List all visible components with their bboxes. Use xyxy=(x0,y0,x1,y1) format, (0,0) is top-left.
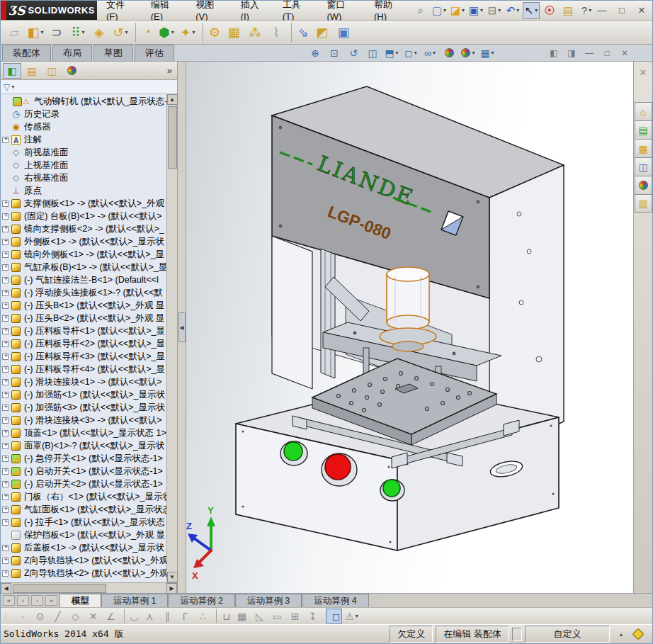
units-dropdown-icon[interactable]: ▴ xyxy=(620,631,623,638)
document-tab[interactable]: 运动算例 2 xyxy=(168,594,234,607)
scroll-up-icon[interactable]: ▲ xyxy=(167,94,178,105)
tree-item[interactable]: (-) 拉手<1> (默认<<默认>_显示状态 xyxy=(1,516,166,529)
expand-toggle-icon[interactable] xyxy=(2,392,8,398)
commandmanager-tab[interactable]: 草图 xyxy=(93,45,133,61)
graphics-viewport[interactable]: LIANDE LGP-080 xyxy=(186,62,633,593)
task-pane-tab-icon[interactable]: ⌂ xyxy=(635,102,652,120)
document-window-control-icon[interactable]: ◧ xyxy=(548,47,560,60)
tree-item[interactable]: (-) 滑块连接块<3> -> (默认<<默认> xyxy=(1,414,166,426)
pneumatic-cylinder[interactable] xyxy=(380,267,436,351)
headsup-tool-icon[interactable]: ◻ xyxy=(403,46,419,60)
expand-toggle-icon[interactable] xyxy=(2,456,8,462)
tree-vertical-scrollbar[interactable]: ▲ ▼ xyxy=(166,94,177,582)
snap-tool-icon[interactable]: ◇ xyxy=(67,609,84,623)
snap-tool-icon[interactable]: ◡ xyxy=(124,609,140,623)
expand-toggle-icon[interactable] xyxy=(2,226,8,232)
scroll-left-icon[interactable]: ◀ xyxy=(1,583,11,594)
document-tab[interactable]: 运动算例 4 xyxy=(302,594,368,607)
expand-toggle-icon[interactable] xyxy=(2,290,8,296)
filter-dropdown-icon[interactable]: ▾ xyxy=(11,84,14,90)
expand-toggle-icon[interactable] xyxy=(2,379,8,385)
commandmanager-tab[interactable]: 装配体 xyxy=(2,45,51,61)
start-button-right[interactable] xyxy=(380,480,404,501)
document-window-control-icon[interactable]: — xyxy=(584,47,595,60)
snap-tool-icon[interactable]: ◺ xyxy=(251,609,268,623)
task-pane-tab-icon[interactable]: ▤ xyxy=(635,120,652,139)
tree-item[interactable]: 气动铆钉机 (默认<默认_显示状态-1 xyxy=(1,95,166,108)
tree-item[interactable]: 外侧板<1> -> (默认<<默认>_显示状 xyxy=(1,235,166,248)
snap-tool-icon[interactable]: ◻ xyxy=(326,609,342,623)
toolbar-button-icon[interactable]: ⦿ xyxy=(541,2,558,19)
headsup-tool-icon[interactable]: ⊕ xyxy=(307,46,323,60)
menu-item[interactable]: 文件(F) xyxy=(97,1,142,20)
document-tab[interactable]: 模型 xyxy=(59,594,101,607)
headsup-tool-icon[interactable]: ⬒ xyxy=(384,46,399,60)
expand-toggle-icon[interactable] xyxy=(2,239,8,245)
tab-nav-icon[interactable]: » xyxy=(45,595,57,606)
panel-tab-icon[interactable]: ▤ xyxy=(23,63,41,79)
tree-item[interactable]: 顶盖<1> (默认<<默认>_显示状态 1> xyxy=(1,426,166,439)
tag-icon[interactable] xyxy=(632,628,645,640)
assembly-tool-icon[interactable]: ▦ xyxy=(224,23,244,43)
assembly-tool-icon[interactable]: ▣ xyxy=(334,23,353,43)
expand-toggle-icon[interactable] xyxy=(2,315,8,322)
expand-toggle-icon[interactable] xyxy=(2,252,8,258)
tree-item[interactable]: 上视基准面 xyxy=(1,159,166,171)
snap-tool-icon[interactable]: · xyxy=(14,609,30,623)
assembly-tool-icon[interactable]: ▱ xyxy=(4,23,24,43)
expand-toggle-icon[interactable] xyxy=(2,443,8,449)
expand-toggle-icon[interactable] xyxy=(2,430,8,436)
expand-toggle-icon[interactable] xyxy=(2,213,8,220)
tree-item[interactable]: 前视基准面 xyxy=(1,146,166,159)
task-pane-tab-icon[interactable]: ▦ xyxy=(635,139,652,157)
menu-item[interactable]: 窗口(W) xyxy=(317,1,365,20)
tree-item[interactable]: 气缸承板(B)<1> -> (默认<<默认>_显 xyxy=(1,261,166,273)
tab-nav-icon[interactable]: ‹ xyxy=(17,595,29,606)
snap-tool-icon[interactable]: ↧ xyxy=(305,609,321,623)
assembly-tool-icon[interactable]: ⇘ xyxy=(291,23,311,43)
tree-item[interactable]: 支撑侧板<1> -> (默认<<默认>_外观 xyxy=(1,197,166,210)
tree-item[interactable]: (固定) 台板(B)<1> -> (默认<<默认> xyxy=(1,210,166,222)
expand-toggle-icon[interactable] xyxy=(2,405,8,411)
snap-tool-icon[interactable]: ∥ xyxy=(159,609,176,623)
assembly-tool-icon[interactable]: ⊃ xyxy=(47,23,67,43)
start-button-left[interactable] xyxy=(280,441,307,465)
document-window-control-icon[interactable]: ✕ xyxy=(619,47,630,60)
expand-toggle-icon[interactable] xyxy=(2,341,8,347)
snap-tool-icon[interactable]: ⊔ xyxy=(216,609,232,623)
scroll-down-icon[interactable]: ▼ xyxy=(167,572,178,582)
tab-nav-icon[interactable]: › xyxy=(31,595,43,606)
emergency-stop-button[interactable] xyxy=(322,453,357,486)
tree-item[interactable]: (-) 加强筋<1> (默认<<默认>_显示状 xyxy=(1,388,166,401)
tree-item[interactable]: (-) 滑块连接块<1> -> (默认<<默认> xyxy=(1,375,166,388)
tree-item[interactable]: (-) 急停开关<1> (默认<显示状态-1> xyxy=(1,452,166,465)
headsup-tool-icon[interactable]: ◫ xyxy=(365,46,380,60)
tree-item[interactable]: (-) 压料板导杆<3> (默认<<默认>_显 xyxy=(1,350,166,363)
tree-item[interactable]: Z向导轨挡块<1> (默认<<默认>_外观 xyxy=(1,554,166,567)
tree-item[interactable]: 右视基准面 xyxy=(1,171,166,184)
assembly-tool-icon[interactable]: ⌇ xyxy=(266,23,286,43)
horizontal-scroll-thumb[interactable] xyxy=(13,584,106,593)
window-control-icon[interactable]: ✕ xyxy=(635,5,648,16)
tree-item[interactable]: 历史记录 xyxy=(1,108,166,120)
tree-item[interactable]: (-) 加强筋<3> (默认<<默认>_显示状 xyxy=(1,401,166,414)
filter-icon[interactable]: ▽ xyxy=(4,82,10,92)
headsup-tool-icon[interactable] xyxy=(441,46,457,60)
snap-tool-icon[interactable]: ✕ xyxy=(85,609,101,623)
assembly-tool-icon[interactable]: ⚙ xyxy=(203,23,222,43)
expand-toggle-icon[interactable] xyxy=(2,494,8,500)
assembly-tool-icon[interactable]: ◩ xyxy=(312,23,332,43)
toolbar-button-icon[interactable]: ◪ xyxy=(449,2,466,19)
tree-item[interactable]: (-) 压料板导杆<4> (默认<<默认>_显 xyxy=(1,363,166,375)
expand-toggle-icon[interactable] xyxy=(2,468,8,475)
tree-item[interactable]: (-) 压头B<2> (默认<<默认>_外观 显 xyxy=(1,312,166,324)
assembly-tool-icon[interactable]: ⬢ xyxy=(157,23,176,43)
headsup-tool-icon[interactable]: ⊡ xyxy=(326,46,342,60)
tree-item[interactable]: (-) 启动开关<1> (默认<显示状态-1> xyxy=(1,465,166,478)
expand-toggle-icon[interactable] xyxy=(2,545,8,551)
menu-item[interactable]: 帮助(H) xyxy=(365,1,410,20)
expand-toggle-icon[interactable] xyxy=(2,264,8,271)
expand-toggle-icon[interactable] xyxy=(2,481,8,487)
tree-item[interactable]: 镜向支撑侧板<2> -> (默认<<默认>_ xyxy=(1,222,166,235)
snap-tool-icon[interactable]: ╱ xyxy=(50,609,66,623)
